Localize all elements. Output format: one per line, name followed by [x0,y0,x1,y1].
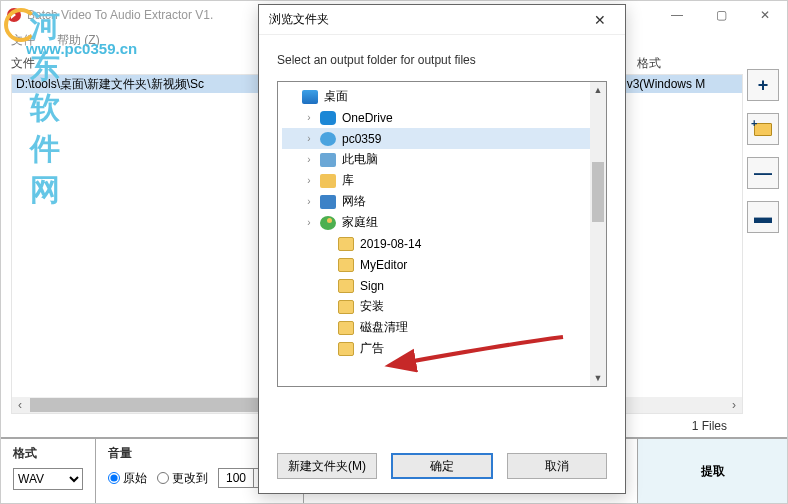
pc-icon [320,153,336,167]
expand-icon[interactable]: › [304,154,314,165]
close-button[interactable]: ✕ [743,1,787,29]
scroll-down-icon[interactable]: ▼ [590,370,606,386]
maximize-button[interactable]: ▢ [699,1,743,29]
folder-tree[interactable]: 桌面›OneDrive›pc0359›此电脑›库›网络›家庭组2019-08-1… [277,81,607,387]
format-label: 格式 [13,445,83,462]
expand-icon[interactable]: › [304,196,314,207]
browse-folder-dialog: 浏览文件夹 ✕ Select an output folder for outp… [258,4,626,494]
tree-scrollbar[interactable]: ▲ ▼ [590,82,606,386]
folder-icon [338,300,354,314]
dialog-buttons: 新建文件夹(M) 确定 取消 [259,439,625,493]
tree-item-label: pc0359 [342,132,381,146]
cancel-button[interactable]: 取消 [507,453,607,479]
dialog-close-button[interactable]: ✕ [585,12,615,28]
tree-item[interactable]: ›此电脑 [282,149,602,170]
tree-item[interactable]: 安装 [282,296,602,317]
tree-item[interactable]: 桌面 [282,86,602,107]
tree-item-label: 此电脑 [342,151,378,168]
tree-item[interactable]: MyEditor [282,254,602,275]
files-count: 1 Files [692,419,727,433]
net-icon [320,195,336,209]
expand-icon[interactable]: › [304,217,314,228]
tree-item-label: 2019-08-14 [360,237,421,251]
tree-item[interactable]: ›网络 [282,191,602,212]
scroll-left-icon[interactable]: ‹ [12,397,28,413]
onedrive-icon [320,111,336,125]
dialog-title: 浏览文件夹 [269,11,329,28]
tree-item-label: 磁盘清理 [360,319,408,336]
tree-item-label: 网络 [342,193,366,210]
dialog-prompt: Select an output folder for output files [259,35,625,75]
minimize-button[interactable]: — [655,1,699,29]
format-group: 格式 WAV [1,439,96,503]
folder-icon [338,258,354,272]
tree-item[interactable]: ›OneDrive [282,107,602,128]
clear-button[interactable]: ▬ [747,201,779,233]
side-toolbar: + + — ▬ [747,69,781,233]
extract-button[interactable]: 提取 [637,439,787,503]
new-folder-button[interactable]: 新建文件夹(M) [277,453,377,479]
expand-icon[interactable]: › [304,133,314,144]
tree-item-label: 桌面 [324,88,348,105]
app-icon [7,8,21,22]
folder-icon [338,237,354,251]
scroll-thumb[interactable] [30,398,270,412]
tree-item-label: 安装 [360,298,384,315]
add-file-button[interactable]: + [747,69,779,101]
tree-item-label: Sign [360,279,384,293]
scroll-right-icon[interactable]: › [726,397,742,413]
tree-item-label: 库 [342,172,354,189]
volume-original-radio[interactable]: 原始 [108,470,147,487]
list-cell-format: wmv3(Windows M [608,77,738,91]
tree-item-label: 广告 [360,340,384,357]
scroll-up-icon[interactable]: ▲ [590,82,606,98]
tree-item-label: OneDrive [342,111,393,125]
tree-item-label: 家庭组 [342,214,378,231]
format-select[interactable]: WAV [13,468,83,490]
window-controls: — ▢ ✕ [655,1,787,29]
tree-item[interactable]: 磁盘清理 [282,317,602,338]
expand-icon[interactable]: › [304,175,314,186]
menu-file[interactable]: 文件 [11,32,35,49]
folder-icon [338,279,354,293]
tree-item[interactable]: Sign [282,275,602,296]
app-title: Batch Video To Audio Extractor V1. [27,8,213,22]
tree-scroll-thumb[interactable] [592,162,604,222]
ok-button[interactable]: 确定 [391,453,493,479]
expand-icon[interactable]: › [304,112,314,123]
menu-help[interactable]: 帮助 (Z) [57,32,100,49]
tree-item[interactable]: 2019-08-14 [282,233,602,254]
remove-button[interactable]: — [747,157,779,189]
add-folder-button[interactable]: + [747,113,779,145]
lib-icon [320,174,336,188]
desktop-icon [302,90,318,104]
folder-icon [338,321,354,335]
home-icon [320,216,336,230]
volume-change-radio[interactable]: 更改到 [157,470,208,487]
tree-item[interactable]: ›pc0359 [282,128,602,149]
tree-item[interactable]: 广告 [282,338,602,359]
tree-item[interactable]: ›库 [282,170,602,191]
tree-item[interactable]: ›家庭组 [282,212,602,233]
dialog-titlebar: 浏览文件夹 ✕ [259,5,625,35]
folder-icon [338,342,354,356]
tree-item-label: MyEditor [360,258,407,272]
user-icon [320,132,336,146]
